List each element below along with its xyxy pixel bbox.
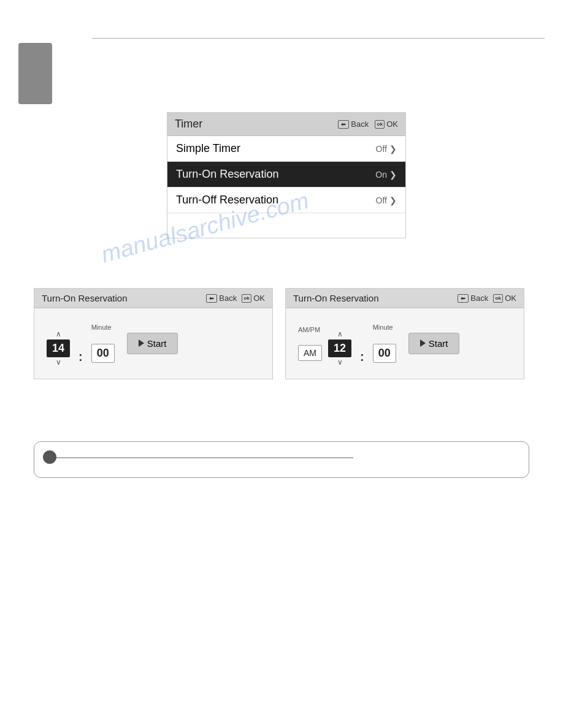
start-label-right: Start bbox=[429, 338, 448, 349]
minute-value-left: 00 bbox=[91, 344, 115, 363]
minute-label-right: Minute bbox=[373, 324, 393, 331]
timer-menu-title: Timer bbox=[175, 118, 202, 131]
panel-right-header: Turn-On Reservation ⬅ Back ok OK bbox=[286, 289, 524, 308]
panel-left-controls: ⬅ Back ok OK bbox=[206, 294, 265, 303]
play-icon-right bbox=[420, 339, 426, 347]
panel-right: Turn-On Reservation ⬅ Back ok OK AM/PM A… bbox=[285, 288, 524, 379]
ok-label: OK bbox=[386, 119, 398, 129]
hour-down-arrow[interactable]: ∨ bbox=[56, 357, 61, 368]
turn-on-reservation-row[interactable]: Turn-On Reservation On ❯ bbox=[167, 162, 405, 188]
note-box bbox=[34, 441, 529, 478]
start-label-left: Start bbox=[147, 338, 167, 349]
simple-timer-value: Off ❯ bbox=[376, 144, 397, 154]
back-icon-right: ⬅ bbox=[458, 294, 469, 303]
minute-section-right: Minute 00 bbox=[373, 324, 396, 363]
colon-right: : bbox=[360, 350, 364, 364]
top-divider bbox=[92, 38, 545, 39]
start-button-right[interactable]: Start bbox=[408, 333, 460, 354]
simple-timer-label: Simple Timer bbox=[176, 142, 240, 155]
turn-off-value: Off ❯ bbox=[376, 195, 397, 205]
turn-on-label: Turn-On Reservation bbox=[176, 168, 278, 181]
panel-left-header: Turn-On Reservation ⬅ Back ok OK bbox=[34, 289, 272, 308]
ok-icon: ok bbox=[375, 120, 385, 129]
timer-menu: Timer ⬅ Back ok OK Simple Timer Off ❯ Tu… bbox=[167, 112, 406, 238]
ok-icon-left: ok bbox=[242, 294, 251, 303]
note-line bbox=[56, 457, 353, 458]
hour-section-left: ∧ 14 ∨ bbox=[47, 319, 70, 368]
hour-up-arrow[interactable]: ∧ bbox=[56, 329, 61, 339]
panel-right-ok[interactable]: ok OK bbox=[493, 294, 516, 303]
back-label: Back bbox=[351, 119, 369, 129]
hour-down-arrow-right[interactable]: ∨ bbox=[337, 357, 343, 368]
ampm-value: AM bbox=[298, 345, 322, 361]
start-button-left[interactable]: Start bbox=[127, 333, 178, 354]
simple-timer-row[interactable]: Simple Timer Off ❯ bbox=[167, 136, 405, 162]
back-icon-left: ⬅ bbox=[206, 294, 217, 303]
panel-right-back[interactable]: ⬅ Back bbox=[458, 294, 488, 303]
panel-left-ok[interactable]: ok OK bbox=[242, 294, 265, 303]
minute-section-left: Minute 00 bbox=[91, 324, 115, 363]
hour-value-right: 12 bbox=[328, 339, 351, 357]
note-bullet bbox=[43, 450, 56, 464]
turn-on-value: On ❯ bbox=[375, 170, 397, 180]
hour-up-arrow-right[interactable]: ∧ bbox=[337, 329, 343, 339]
colon-left: : bbox=[79, 350, 83, 364]
panel-right-title: Turn-On Reservation bbox=[293, 293, 379, 303]
minute-control-right: 00 bbox=[373, 333, 396, 363]
turn-off-label: Turn-Off Reservation bbox=[176, 194, 278, 207]
ampm-label: AM/PM bbox=[298, 326, 320, 333]
panel-left: Turn-On Reservation ⬅ Back ok OK ∧ 14 bbox=[34, 288, 273, 379]
panel-right-body: AM/PM AM ∧ 12 ∨ : Minute bbox=[286, 308, 524, 379]
chevron-right-icon-2: ❯ bbox=[389, 170, 397, 180]
ampm-section: AM/PM AM bbox=[298, 326, 322, 361]
panel-left-body: ∧ 14 ∨ : Minute 00 Start bbox=[34, 308, 272, 379]
hour-value-left: 14 bbox=[47, 339, 70, 357]
ampm-control: AM bbox=[298, 335, 322, 361]
minute-label-left: Minute bbox=[91, 324, 112, 331]
timer-menu-header: Timer ⬅ Back ok OK bbox=[167, 113, 405, 136]
hour-section-right: ∧ 12 ∨ bbox=[328, 319, 351, 368]
turn-off-reservation-row[interactable]: Turn-Off Reservation Off ❯ bbox=[167, 188, 405, 213]
ok-control[interactable]: ok OK bbox=[375, 119, 398, 129]
sidebar-tab bbox=[18, 43, 52, 104]
panel-left-title: Turn-On Reservation bbox=[42, 293, 128, 303]
back-icon: ⬅ bbox=[338, 120, 349, 129]
back-control[interactable]: ⬅ Back bbox=[338, 119, 369, 129]
timer-menu-controls: ⬅ Back ok OK bbox=[338, 119, 398, 129]
play-icon-left bbox=[139, 339, 144, 347]
panel-right-controls: ⬅ Back ok OK bbox=[458, 294, 516, 303]
hour-control-left: ∧ 14 ∨ bbox=[47, 329, 70, 368]
minute-value-right: 00 bbox=[373, 344, 396, 363]
hour-control-right: ∧ 12 ∨ bbox=[328, 329, 351, 368]
chevron-right-icon: ❯ bbox=[389, 144, 397, 154]
empty-row bbox=[167, 213, 405, 238]
chevron-right-icon-3: ❯ bbox=[389, 195, 397, 205]
panel-left-back[interactable]: ⬅ Back bbox=[206, 294, 237, 303]
minute-control-left: 00 bbox=[91, 333, 115, 363]
panels-row: Turn-On Reservation ⬅ Back ok OK ∧ 14 bbox=[34, 288, 524, 379]
ok-icon-right: ok bbox=[493, 294, 503, 303]
